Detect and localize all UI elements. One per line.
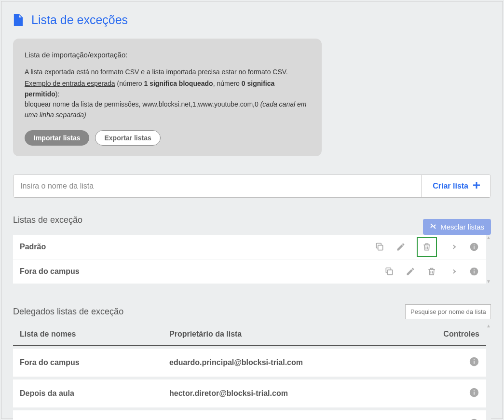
exceptions-header: Listas de exceção Mesclar listas bbox=[13, 215, 491, 231]
svg-rect-14 bbox=[474, 392, 475, 394]
info-icon[interactable] bbox=[469, 242, 479, 252]
col-owner-header: Proprietário da lista bbox=[169, 330, 431, 339]
exception-list-row: Padrão bbox=[13, 235, 486, 259]
delegate-row: Horário das aulaspedro.principal@blocksi… bbox=[13, 410, 486, 420]
merge-lists-button[interactable]: Mesclar listas bbox=[423, 219, 491, 235]
svg-rect-2 bbox=[378, 245, 383, 250]
svg-rect-4 bbox=[474, 246, 475, 249]
delegate-owner: eduardo.principal@blocksi-trial.com bbox=[169, 358, 431, 367]
delegates-table: ▲ Lista de nomes Proprietário da lista C… bbox=[13, 323, 491, 420]
exception-list-row: Fora do campus bbox=[13, 259, 486, 284]
delegate-name: Depois da aula bbox=[20, 389, 169, 398]
exceptions-list: ▲ PadrãoFora do campus ▼ bbox=[13, 235, 491, 284]
import-lists-button[interactable]: Importar listas bbox=[25, 130, 89, 146]
create-list-button[interactable]: Criar lista bbox=[422, 175, 490, 197]
merge-icon bbox=[430, 223, 436, 231]
copy-icon[interactable] bbox=[374, 242, 385, 252]
scroll-down-icon[interactable]: ▼ bbox=[486, 279, 491, 284]
delegates-header: Delegados listas de exceção bbox=[13, 304, 491, 319]
infobox-line3: bloquear nome da lista de permissões, ww… bbox=[25, 99, 310, 120]
delegate-owner: hector.diretor@blocksi-trial.com bbox=[169, 389, 431, 398]
list-name: Padrão bbox=[20, 243, 374, 251]
col-name-header: Lista de nomes bbox=[20, 330, 169, 339]
svg-rect-9 bbox=[474, 269, 475, 270]
svg-rect-1 bbox=[473, 184, 480, 186]
info-icon[interactable] bbox=[469, 266, 479, 277]
infobox-line2: Exemplo de entrada esperada (número 1 si… bbox=[25, 79, 310, 99]
delegate-row: Depois da aulahector.diretor@blocksi-tri… bbox=[13, 379, 486, 407]
main-panel: Lista de exceções Lista de importação/ex… bbox=[1, 1, 503, 419]
infobox-heading: Lista de importação/exportação: bbox=[25, 49, 310, 60]
edit-icon[interactable] bbox=[405, 266, 416, 277]
delegates-search-input[interactable] bbox=[405, 304, 491, 319]
copy-icon[interactable] bbox=[384, 266, 395, 277]
svg-rect-12 bbox=[474, 359, 475, 360]
delete-icon[interactable] bbox=[426, 266, 437, 277]
delete-icon[interactable] bbox=[417, 237, 437, 257]
info-icon[interactable] bbox=[469, 356, 479, 367]
scroll-up-icon[interactable]: ▲ bbox=[486, 235, 491, 240]
svg-rect-5 bbox=[474, 244, 475, 245]
list-name: Fora do campus bbox=[20, 267, 384, 276]
create-list-row: Criar lista bbox=[13, 175, 491, 198]
info-icon[interactable] bbox=[469, 387, 479, 398]
col-controls-header: Controles bbox=[431, 330, 479, 339]
scroll-up-icon[interactable]: ▲ bbox=[486, 323, 491, 328]
delegates-title: Delegados listas de exceção bbox=[13, 307, 123, 317]
exceptions-title: Listas de exceção bbox=[13, 215, 82, 225]
svg-rect-15 bbox=[474, 390, 475, 391]
arrow-right-icon[interactable] bbox=[448, 242, 458, 252]
svg-rect-6 bbox=[388, 270, 393, 274]
infobox-line1: A lista exportada está no formato CSV e … bbox=[25, 67, 310, 78]
example-link[interactable]: Exemplo de entrada esperada bbox=[25, 80, 115, 87]
info-icon[interactable] bbox=[469, 418, 479, 420]
delegate-row: Fora do campuseduardo.principal@blocksi-… bbox=[13, 349, 486, 377]
table-header: Lista de nomes Proprietário da lista Con… bbox=[13, 323, 486, 346]
import-export-infobox: Lista de importação/exportação: A lista … bbox=[13, 39, 322, 156]
svg-rect-11 bbox=[474, 361, 475, 364]
arrow-right-icon[interactable] bbox=[448, 266, 458, 277]
list-name-input[interactable] bbox=[14, 175, 422, 197]
svg-rect-8 bbox=[474, 271, 475, 273]
document-icon bbox=[13, 14, 24, 27]
page-header: Lista de exceções bbox=[13, 13, 491, 27]
edit-icon[interactable] bbox=[395, 242, 406, 252]
plus-icon bbox=[473, 182, 480, 190]
delegate-name: Fora do campus bbox=[20, 358, 169, 367]
export-lists-button[interactable]: Exportar listas bbox=[95, 130, 160, 146]
page-title: Lista de exceções bbox=[31, 13, 128, 27]
